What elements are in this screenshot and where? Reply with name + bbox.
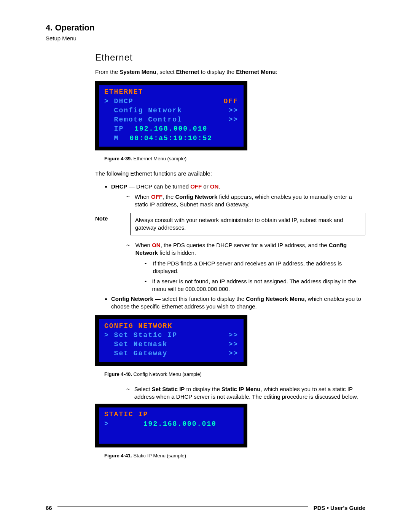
figure-caption-41: Figure 4-41. Static IP Menu (sample) (104, 453, 365, 459)
figure-text: Static IP Menu (sample) (134, 453, 186, 459)
menu-row-set-netmask: Set Netmask >> (104, 340, 238, 349)
menu-value: 00:04:a5:19:10:52 (129, 134, 212, 142)
text: System Menu (119, 69, 156, 75)
text: or (202, 183, 210, 190)
text: field is hidden. (158, 249, 196, 256)
text: Config Network (175, 193, 217, 200)
config-network-menu-inner: CONFIG NETWORK > Set Static IP >> Set Ne… (99, 319, 244, 362)
text: to display the (199, 69, 236, 75)
menu-row-config-network: Config Network >> (104, 106, 238, 115)
figure-number: Figure 4-39. (104, 156, 132, 161)
text: Static IP Menu (221, 386, 260, 392)
text: When (135, 242, 152, 248)
submenu-icon: >> (228, 340, 238, 349)
figure-text: Config Network Menu (sample) (134, 371, 202, 377)
text: Ethernet (176, 69, 199, 75)
text: ON (210, 183, 219, 190)
menu-label: IP (104, 125, 124, 133)
bullet-list: DHCP — DHCP can be turned OFF or ON. ~ W… (95, 183, 365, 208)
menu-label: Config Network (104, 106, 182, 115)
menu-title: ETHERNET (104, 87, 238, 96)
doc-title: PDS • User's Guide (314, 505, 365, 511)
menu-row-set-gateway: Set Gateway >> (104, 349, 238, 358)
sub-item-off: ~ When OFF, the Config Network field app… (126, 193, 365, 209)
text: If the PDS finds a DHCP server and recei… (153, 260, 365, 275)
menu-value: OFF (224, 97, 238, 106)
submenu-icon: >> (228, 106, 238, 115)
menu-label: > DHCP (104, 97, 134, 106)
text: From the (95, 69, 119, 75)
menu-row-remote-control: Remote Control >> (104, 115, 238, 124)
sub-list: ~ When OFF, the Config Network field app… (126, 193, 365, 209)
section-label: Setup Menu (46, 35, 365, 42)
sub-list: ~ When ON, the PDS queries the DHCP serv… (126, 241, 365, 293)
text: . (218, 183, 220, 190)
submenu-icon: >> (228, 115, 238, 124)
text: Set Static IP (152, 386, 185, 392)
dot-item: • If a server is not found, an IP addres… (145, 278, 365, 293)
text: — select this function to display the (153, 296, 246, 302)
menu-row-dhcp: > DHCP OFF (104, 97, 238, 106)
page: 4. Operation Setup Menu Ethernet From th… (0, 0, 411, 532)
menu-row-ip: IP192.168.000.010 (104, 124, 238, 133)
ethernet-menu-panel: ETHERNET > DHCP OFF Config Network >> Re… (95, 81, 247, 150)
text: , the PDS queries the DHCP server for a … (161, 242, 329, 248)
text: When OFF, the Config Network field appea… (135, 193, 365, 209)
text: If a server is not found, an IP address … (152, 278, 365, 293)
menu-label: Set Netmask (104, 340, 167, 349)
submenu-icon: >> (228, 331, 238, 340)
text: Config Network Menu (246, 296, 304, 302)
text: When (135, 193, 151, 200)
menu-title: STATIC IP (104, 410, 238, 419)
text: — DHCP can be turned (127, 183, 191, 190)
page-number: 66 (46, 505, 52, 511)
text: Select Set Static IP to display the Stat… (134, 385, 365, 401)
figure-caption-39: Figure 4-39. Ethernet Menu (sample) (104, 156, 365, 161)
menu-label: Set Gateway (104, 349, 167, 358)
sub-item-set-static: ~ Select Set Static IP to display the St… (126, 385, 365, 401)
bullet-icon: • (145, 278, 148, 293)
tilde-icon: ~ (126, 193, 130, 209)
text: Select (134, 386, 152, 392)
figure-caption-40: Figure 4-40. Config Network Menu (sample… (104, 371, 365, 377)
menu-row-static-ip: >192.168.000.010 (104, 419, 238, 428)
text: Config Network (111, 296, 153, 302)
menu-value: 192.168.000.010 (134, 125, 207, 133)
menu-label: Remote Control (104, 115, 182, 124)
footer-rule (57, 506, 308, 506)
bullet-list: Config Network — select this function to… (95, 295, 365, 311)
bullet-config-network: Config Network — select this function to… (111, 295, 365, 311)
menu-label: > Set Static IP (104, 331, 177, 340)
text: OFF (151, 193, 162, 200)
text: : (276, 69, 277, 75)
text: , select (156, 69, 176, 75)
menu-value: 192.168.000.010 (143, 420, 217, 428)
text: OFF (190, 183, 202, 190)
config-network-menu-panel: CONFIG NETWORK > Set Static IP >> Set Ne… (95, 315, 247, 366)
text: to display the (185, 386, 221, 392)
ethernet-menu-inner: ETHERNET > DHCP OFF Config Network >> Re… (99, 85, 244, 147)
note-block: Note Always consult with your network ad… (95, 213, 365, 235)
menu-row-mac: M00:04:a5:19:10:52 (104, 134, 238, 143)
static-ip-menu-panel: STATIC IP >192.168.000.010 (95, 404, 247, 447)
text: Ethernet Menu (236, 69, 276, 75)
menu-title: CONFIG NETWORK (104, 321, 238, 331)
bullet-dhcp: DHCP — DHCP can be turned OFF or ON. ~ W… (111, 183, 365, 208)
chapter-title: 4. Operation (46, 23, 365, 33)
figure-number: Figure 4-41. (104, 453, 132, 459)
bullet-icon: • (145, 260, 148, 275)
text: ON (152, 242, 161, 248)
submenu-icon: >> (228, 349, 238, 358)
intro-paragraph: From the System Menu, select Ethernet to… (95, 68, 365, 76)
text: , the (162, 193, 175, 200)
sub-item-on: ~ When ON, the PDS queries the DHCP serv… (126, 241, 365, 257)
sub-list: ~ Select Set Static IP to display the St… (126, 385, 365, 401)
ethernet-heading: Ethernet (95, 52, 365, 63)
dot-item: • If the PDS finds a DHCP server and rec… (145, 260, 365, 275)
menu-label: > (104, 420, 109, 428)
page-footer: 66 PDS • User's Guide (46, 505, 365, 511)
figure-number: Figure 4-40. (104, 371, 132, 377)
tilde-icon: ~ (126, 241, 131, 257)
menu-row-set-static-ip: > Set Static IP >> (104, 331, 238, 340)
note-label: Note (95, 213, 122, 222)
